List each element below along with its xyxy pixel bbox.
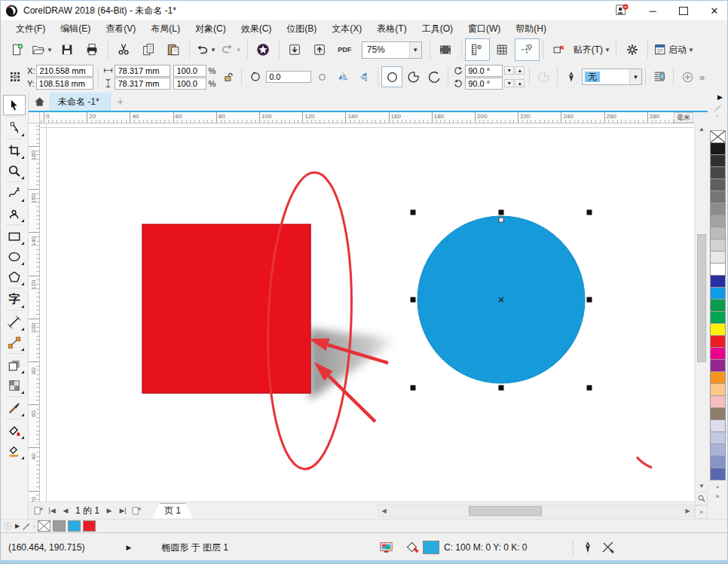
object-width-field[interactable] (115, 65, 170, 77)
add-preset-button[interactable] (677, 66, 698, 87)
y-position-field[interactable] (36, 78, 93, 90)
zoom-level-combo[interactable]: 75%▼ (362, 41, 422, 59)
palette-swatch-27[interactable] (710, 456, 726, 468)
ellipse-node[interactable] (499, 218, 503, 222)
scroll-up-icon[interactable]: ▲ (696, 123, 708, 135)
mirror-horizontal-button[interactable] (332, 66, 353, 87)
tool-crop[interactable] (3, 140, 26, 160)
palette-swatch-28[interactable] (710, 468, 726, 480)
palette-swatch-11[interactable] (710, 263, 726, 276)
selection-handle[interactable] (587, 297, 592, 303)
palette-scroll-up-icon[interactable]: ⌃ (714, 114, 720, 125)
x-position-field[interactable] (36, 65, 93, 77)
selection-handle[interactable] (411, 210, 416, 215)
tool-color-eyedropper[interactable] (3, 398, 26, 418)
next-page-button[interactable]: ▶ (102, 504, 116, 517)
horizontal-ruler[interactable]: 毫米 0204060801001201401601802002202402602… (40, 112, 694, 123)
vertical-scroll-thumb[interactable] (697, 234, 706, 362)
tool-connector[interactable] (3, 332, 26, 352)
redo-button[interactable]: ▼ (219, 38, 244, 61)
tool-shape[interactable] (3, 117, 26, 138)
fill-color-icon[interactable] (405, 541, 420, 555)
snap-to-dropdown[interactable]: 贴齐(T)▼ (571, 38, 613, 61)
status-flyout-icon[interactable]: ▶ (126, 544, 131, 551)
docpal-flyout-icon[interactable]: ▶ (15, 523, 20, 529)
show-guidelines-button[interactable] (515, 38, 540, 61)
end-angle-spinner[interactable]: ▼▲ (504, 79, 525, 87)
document-color-settings-icon[interactable] (379, 541, 393, 555)
palette-swatch-7[interactable] (710, 215, 726, 227)
palette-swatch-14[interactable] (710, 299, 726, 312)
scroll-right-icon[interactable]: ▶ (682, 505, 693, 517)
palette-eyedropper-icon[interactable] (713, 101, 723, 114)
account-button[interactable] (609, 1, 635, 20)
menu-item-9[interactable]: 工具(O) (414, 21, 460, 37)
selection-handle[interactable] (499, 210, 504, 215)
palette-swatch-4[interactable] (710, 178, 726, 191)
palette-swatch-12[interactable] (710, 275, 726, 288)
cut-button[interactable] (112, 38, 136, 61)
tool-transparency[interactable] (3, 375, 26, 395)
outline-pen-status-icon[interactable] (581, 541, 595, 554)
chevron-down-icon[interactable]: ▼ (629, 69, 641, 84)
arc-mode-button[interactable] (424, 66, 445, 87)
selection-handle[interactable] (587, 210, 592, 215)
palette-swatch-1[interactable] (710, 142, 726, 155)
vertical-ruler[interactable]: 18016014012010080604020 (29, 123, 40, 502)
docpal-swatch-1[interactable] (53, 520, 66, 532)
selection-handle[interactable] (499, 386, 504, 391)
start-angle-spinner[interactable]: ▼▲ (504, 66, 525, 75)
palette-swatch-5[interactable] (710, 191, 726, 203)
docpal-swatch-3[interactable] (83, 520, 96, 532)
prev-page-button[interactable]: ◀ (59, 504, 72, 517)
open-button[interactable]: ▼ (29, 38, 55, 61)
menu-item-1[interactable]: 编辑(E) (53, 21, 98, 37)
palette-swatch-23[interactable] (710, 407, 726, 420)
tool-rectangle[interactable] (3, 226, 26, 246)
lock-ratio-button[interactable] (217, 66, 238, 87)
palette-swatch-13[interactable] (710, 287, 726, 300)
print-button[interactable] (80, 38, 105, 61)
expand-scroll-button[interactable]: » (695, 505, 708, 519)
add-page-button-left[interactable] (32, 504, 45, 517)
palette-swatch-2[interactable] (710, 154, 726, 167)
outline-width-combo[interactable]: 无▼ (582, 69, 642, 85)
copy-button[interactable] (136, 38, 161, 61)
palette-swatch-17[interactable] (710, 335, 726, 348)
palette-swatch-26[interactable] (710, 444, 726, 456)
menu-item-5[interactable]: 效果(C) (234, 21, 280, 37)
publish-pdf-button[interactable]: PDF (332, 38, 357, 61)
menu-item-7[interactable]: 文本(X) (324, 21, 369, 37)
wrap-text-button[interactable] (649, 66, 670, 87)
tool-smart-fill[interactable] (3, 441, 26, 461)
scroll-left-icon[interactable]: ◀ (378, 505, 390, 517)
menu-item-8[interactable]: 表格(T) (369, 21, 414, 37)
palette-swatch-22[interactable] (710, 395, 726, 408)
tool-text[interactable]: 字 (3, 289, 26, 309)
launcher-button[interactable]: 启动▼ (651, 38, 696, 61)
document-tab-active[interactable]: 未命名 -1* (50, 93, 111, 111)
palette-swatch-15[interactable] (710, 311, 726, 324)
palette-swatch-8[interactable] (710, 227, 726, 239)
tool-zoom[interactable] (3, 160, 26, 181)
show-rulers-button[interactable] (465, 38, 490, 61)
palette-swatch-21[interactable] (710, 383, 726, 396)
palette-swatch-18[interactable] (710, 347, 726, 360)
horizontal-scroll-thumb[interactable] (469, 506, 542, 516)
menu-item-4[interactable]: 对象(C) (188, 21, 234, 37)
import-button[interactable] (283, 38, 307, 61)
tool-ellipse[interactable] (3, 246, 26, 267)
snap-off-button[interactable] (546, 38, 571, 61)
selection-handle[interactable] (411, 386, 416, 391)
mirror-vertical-button[interactable] (353, 66, 375, 87)
last-page-button[interactable]: ▶| (116, 504, 130, 517)
horizontal-scrollbar[interactable]: ◀ ▶ (378, 505, 694, 517)
tool-polygon[interactable] (3, 267, 26, 287)
pie-mode-button[interactable] (402, 66, 424, 87)
outline-status-icon[interactable] (601, 540, 616, 555)
add-page-button-right[interactable] (130, 504, 143, 517)
rotation-angle-field[interactable] (266, 71, 311, 83)
palette-swatch-9[interactable] (710, 239, 726, 252)
palette-flyout-icon[interactable]: ▶ (717, 91, 727, 101)
palette-swatch-25[interactable] (710, 431, 726, 444)
